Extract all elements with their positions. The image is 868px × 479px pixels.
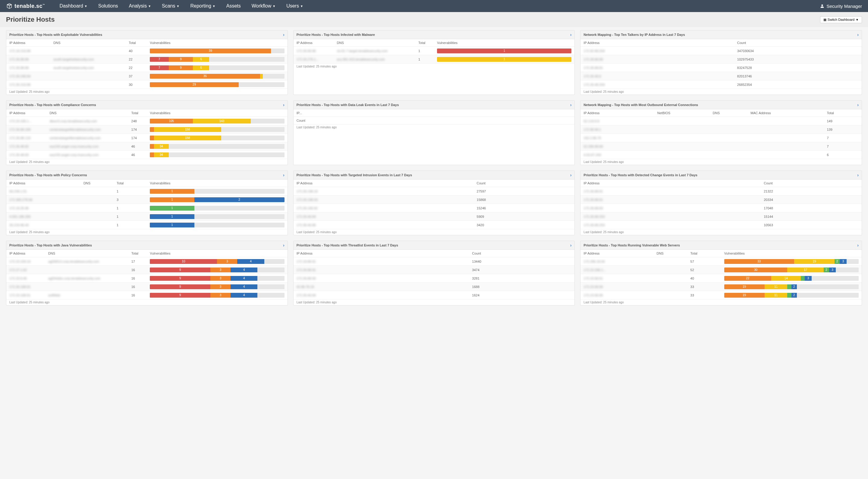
chevron-right-icon[interactable]: › xyxy=(857,243,859,248)
user-menu[interactable]: Security Manager xyxy=(820,4,862,9)
ip-address[interactable]: 172.90.99.1 xyxy=(584,128,601,131)
ip-address[interactable]: 172.26.198.10 xyxy=(297,190,318,193)
table-row[interactable]: 172.26.100.9215246 xyxy=(293,204,575,213)
ip-address[interactable]: 172.23.108.91 xyxy=(9,293,30,297)
ip-address[interactable]: 172.290.18.54 xyxy=(584,260,604,263)
ip-address[interactable]: 172.26.90.90 xyxy=(297,49,316,53)
ip-address[interactable]: 172.23.206.1... xyxy=(584,268,606,272)
nav-item-users[interactable]: Users▼ xyxy=(281,0,309,12)
ip-address[interactable]: 172.26.88.110 xyxy=(9,136,30,140)
table-row[interactable]: 42.88.78.181688 xyxy=(293,283,575,291)
chevron-right-icon[interactable]: › xyxy=(283,172,284,178)
ip-address[interactable]: 172.26.88.253 xyxy=(584,215,604,218)
table-row[interactable]: 172.26.88.109centerwtarget4tenablesecuri… xyxy=(6,125,287,134)
nav-item-solutions[interactable]: Solutions xyxy=(93,0,124,12)
table-row[interactable]: 172.26.108.9116934 xyxy=(6,283,287,291)
ip-address[interactable]: 172.26.100.92 xyxy=(297,206,318,210)
ip-address[interactable]: 172.26.48.82 xyxy=(9,145,29,148)
table-row[interactable]: 172.26.48.83ess193.angel.corp.insecurity… xyxy=(6,151,287,159)
table-row[interactable]: 172.26.88.9121322 xyxy=(581,187,862,195)
ip-address[interactable]: 152.2.80.75 xyxy=(584,136,601,140)
chevron-right-icon[interactable]: › xyxy=(857,102,859,107)
chevron-right-icon[interactable]: › xyxy=(570,32,572,37)
ip-address[interactable]: 172.18.88.91 xyxy=(297,260,316,263)
ip-address[interactable]: 172.26.88.89 xyxy=(9,66,29,70)
chevron-right-icon[interactable]: › xyxy=(283,102,284,107)
ip-address[interactable]: 172.26.88.93 xyxy=(297,277,316,280)
table-row[interactable]: 172.26.40.682013746 xyxy=(581,72,862,81)
ip-address[interactable]: 172.305.278.56 xyxy=(9,198,32,201)
table-row[interactable]: 172.26.88.8183247528 xyxy=(581,64,862,72)
ip-address[interactable]: 172.19.25.95 xyxy=(9,206,29,210)
table-row[interactable]: 172.23.105.1...dbsvr3.corp.tenablesecuri… xyxy=(6,117,287,125)
ip-address[interactable]: 172.26.40.6 xyxy=(584,74,601,78)
table-row[interactable]: 172.19.25.9511 xyxy=(6,204,287,213)
ip-address[interactable]: 172.26.88.91 xyxy=(297,268,316,272)
table-row[interactable]: 172.290.18.5457331923 xyxy=(581,257,862,266)
ip-address[interactable]: 172.26.240.94 xyxy=(9,74,30,78)
table-row[interactable]: 172.26.88.25310563 xyxy=(581,221,862,229)
table-row[interactable]: 172.23.90.953319112 xyxy=(581,283,862,291)
ip-address[interactable]: 172.23.159.10 xyxy=(9,260,30,263)
table-row[interactable]: 172.26.88.25315144 xyxy=(581,213,862,221)
table-row[interactable]: 52.206.88.687 xyxy=(581,142,862,151)
table-row[interactable]: 20.219.96.4311 xyxy=(6,221,287,229)
table-row[interactable]: 172.26.276.1...scs.991.415.tenablesecuri… xyxy=(293,55,575,64)
ip-address[interactable]: 172.26.88.89 xyxy=(9,58,29,61)
table-row[interactable]: 172.23.90.953319112 xyxy=(581,291,862,299)
table-row[interactable]: 172.27.1.6216934 xyxy=(6,266,287,274)
ip-address[interactable]: 172.26.88.253 xyxy=(584,223,604,227)
ip-address[interactable]: 172.27.1.62 xyxy=(9,268,27,272)
ip-address[interactable]: 172.26.40.84 xyxy=(297,293,316,297)
ip-address[interactable]: 52.119.9.8 xyxy=(584,119,599,123)
ip-address[interactable]: 172.23.9.45 xyxy=(9,277,27,280)
table-row[interactable]: 172.26.88.110centerwtarget4tenablesecuri… xyxy=(6,134,287,142)
chevron-right-icon[interactable]: › xyxy=(283,32,284,37)
table-row[interactable]: 172.90.99.1139 xyxy=(581,125,862,134)
table-row[interactable]: 172.26.40.845909 xyxy=(293,213,575,221)
table-row[interactable]: 172.18.210.984039 xyxy=(6,47,287,55)
ip-address[interactable]: 42.88.78.18 xyxy=(297,285,314,289)
switch-dashboard-button[interactable]: ▦ Switch Dashboard ▼ xyxy=(820,16,862,23)
table-row[interactable]: 172.36.40.863420 xyxy=(293,221,575,229)
ip-address[interactable]: 20.219.96.43 xyxy=(9,223,29,227)
table-row[interactable]: 172.26.88.8317048 xyxy=(581,204,862,213)
nav-item-scans[interactable]: Scans▼ xyxy=(156,0,185,12)
table-row[interactable]: 4.53.87.2436 xyxy=(581,151,862,159)
table-row[interactable]: 172.26.88.933281 xyxy=(293,274,575,283)
ip-address[interactable]: 4.53.87.243 xyxy=(584,153,601,157)
ip-address[interactable]: 172.23.105.1... xyxy=(9,119,31,123)
ip-address[interactable]: 172.23.90.51 xyxy=(584,277,603,280)
ip-address[interactable]: 172.18.210.98 xyxy=(9,49,30,53)
table-row[interactable]: 172.23.206.1...52301723 xyxy=(581,266,862,274)
table-row[interactable]: 172.92.88.254347030634 xyxy=(581,47,862,55)
table-row[interactable]: 172.26.210.983029 xyxy=(6,81,287,89)
ip-address[interactable]: 172.92.88.254 xyxy=(584,49,604,53)
table-row[interactable]: 172.26.240.943736 xyxy=(6,72,287,81)
ip-address[interactable]: 172.26.88.91 xyxy=(584,198,603,201)
table-row[interactable]: 152.2.80.757 xyxy=(581,134,862,142)
ip-address[interactable]: 172.26.198.93 xyxy=(297,198,318,201)
ip-address[interactable]: 172.36.40.86 xyxy=(297,223,316,227)
ip-address[interactable]: 172.26.108.91 xyxy=(9,285,30,289)
ip-address[interactable]: 4.591.186.200 xyxy=(9,215,30,218)
ip-address[interactable]: 172.28.88.90 xyxy=(584,58,603,61)
table-row[interactable]: 172.26.90.90cb-01-7.target.tenablesecuri… xyxy=(293,47,575,55)
table-row[interactable]: 172.26.48.82ess193.angel.corp.insecurity… xyxy=(6,142,287,151)
ip-address[interactable]: 172.26.48.254 xyxy=(584,83,604,87)
table-row[interactable]: 172.26.88.9120334 xyxy=(581,195,862,204)
table-row[interactable]: 52.119.9.8149 xyxy=(581,117,862,125)
ip-address[interactable]: 172.26.88.81 xyxy=(584,66,603,70)
ip-address[interactable]: 172.26.88.109 xyxy=(9,128,30,131)
table-row[interactable]: 172.23.108.91softWeb16934 xyxy=(6,291,287,299)
nav-item-reporting[interactable]: Reporting▼ xyxy=(185,0,221,12)
table-row[interactable]: 50.239.1.5111 xyxy=(6,187,287,195)
ip-address[interactable]: 50.239.1.51 xyxy=(9,190,27,193)
table-row[interactable]: 172.26.88.913474 xyxy=(293,266,575,274)
chevron-right-icon[interactable]: › xyxy=(570,243,572,248)
ip-address[interactable]: 172.23.90.95 xyxy=(584,293,603,297)
chevron-right-icon[interactable]: › xyxy=(283,243,284,248)
ip-address[interactable]: 172.26.48.83 xyxy=(9,153,29,157)
nav-item-analysis[interactable]: Analysis▼ xyxy=(124,0,156,12)
table-row[interactable]: 172.23.159.10agD6813.corp.tenablesecurit… xyxy=(6,257,287,266)
